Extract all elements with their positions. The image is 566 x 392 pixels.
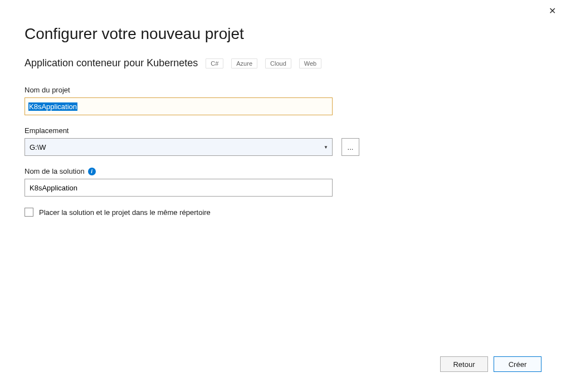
location-label: Emplacement bbox=[25, 126, 541, 135]
browse-button[interactable]: ... bbox=[341, 138, 359, 156]
tag-azure: Azure bbox=[231, 58, 257, 68]
tag-web: Web bbox=[299, 58, 321, 68]
footer-buttons: Retour Créer bbox=[440, 356, 541, 372]
solution-name-label-text: Nom de la solution bbox=[25, 167, 85, 175]
same-directory-label: Placer la solution et le projet dans le … bbox=[39, 208, 211, 217]
location-select-wrap: ▼ bbox=[25, 138, 333, 156]
close-button[interactable]: ✕ bbox=[549, 6, 556, 16]
subtitle-row: Application conteneur pour Kubernetes C#… bbox=[25, 57, 541, 69]
create-button[interactable]: Créer bbox=[494, 356, 541, 372]
dialog-content: Configurer votre nouveau projet Applicat… bbox=[0, 0, 566, 217]
project-name-group: Nom du projet K8sApplication bbox=[25, 86, 541, 115]
tag-cloud: Cloud bbox=[265, 58, 291, 68]
template-name: Application conteneur pour Kubernetes bbox=[25, 57, 198, 69]
project-name-input[interactable]: K8sApplication bbox=[25, 97, 333, 115]
page-title: Configurer votre nouveau projet bbox=[25, 25, 541, 43]
project-name-value: K8sApplication bbox=[28, 102, 77, 111]
solution-name-group: Nom de la solution i bbox=[25, 167, 541, 197]
same-directory-checkbox[interactable] bbox=[25, 208, 33, 217]
location-group: Emplacement ▼ ... bbox=[25, 126, 541, 156]
solution-name-label: Nom de la solution i bbox=[25, 167, 541, 175]
info-icon[interactable]: i bbox=[88, 168, 96, 175]
location-input[interactable] bbox=[25, 138, 333, 156]
project-name-label: Nom du projet bbox=[25, 86, 541, 94]
back-button[interactable]: Retour bbox=[440, 356, 488, 372]
same-directory-checkbox-row: Placer la solution et le projet dans le … bbox=[25, 208, 541, 217]
tag-csharp: C# bbox=[206, 58, 223, 68]
solution-name-input[interactable] bbox=[25, 179, 333, 197]
